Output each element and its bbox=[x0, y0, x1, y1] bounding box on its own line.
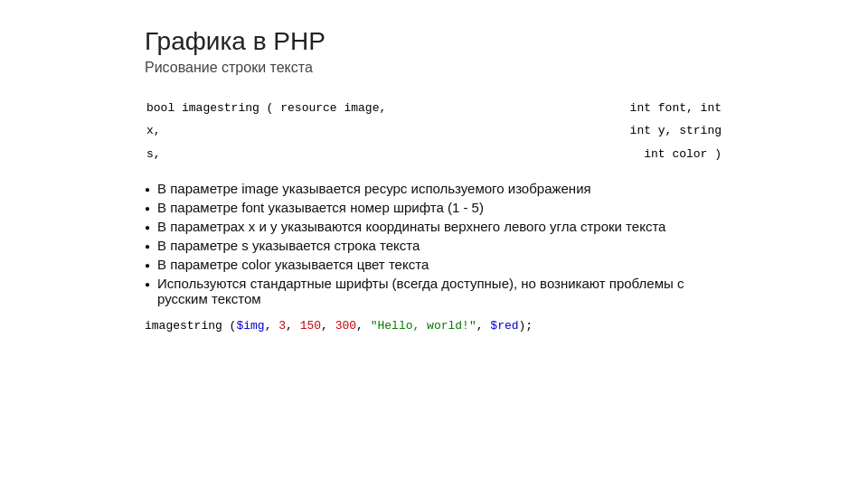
page-title: Графика в PHP bbox=[145, 27, 723, 56]
list-item: Используются стандартные шрифты (всегда … bbox=[145, 276, 723, 306]
code-line-1: bool imagestring ( resource image, bbox=[146, 98, 561, 118]
page-subtitle: Рисование строки текста bbox=[145, 60, 723, 76]
list-item: В параметре font указывается номер шрифт… bbox=[145, 200, 723, 215]
example-num-x: 150 bbox=[300, 319, 321, 333]
example-code: imagestring ($img, 3, 150, 300, "Hello, … bbox=[145, 319, 723, 333]
code-signature: bool imagestring ( resource image, int f… bbox=[145, 96, 723, 166]
example-str: "Hello, world!" bbox=[371, 319, 476, 333]
code-line-3-left: x, bbox=[146, 120, 561, 141]
list-item: В параметре image указывается ресурс исп… bbox=[145, 181, 723, 196]
code-line-6-right: int color ) bbox=[563, 144, 722, 164]
code-line-5-left: s, bbox=[146, 144, 561, 164]
list-item: В параметре color указывается цвет текст… bbox=[145, 257, 723, 272]
bullet-list: В параметре image указывается ресурс исп… bbox=[145, 181, 723, 306]
main-container: Графика в PHP Рисование строки текста bo… bbox=[0, 0, 868, 360]
example-num-font: 3 bbox=[278, 319, 286, 333]
code-line-2-right: int font, int bbox=[563, 98, 722, 118]
example-func: imagestring ( bbox=[145, 319, 236, 333]
example-var-red: $red bbox=[490, 319, 518, 333]
list-item: В параметрах x и y указываются координат… bbox=[145, 219, 723, 234]
list-item: В параметре s указывается строка текста bbox=[145, 238, 723, 253]
example-var-img: $img bbox=[236, 319, 264, 333]
code-line-4-right: int y, string bbox=[563, 120, 722, 141]
example-num-y: 300 bbox=[335, 319, 356, 333]
